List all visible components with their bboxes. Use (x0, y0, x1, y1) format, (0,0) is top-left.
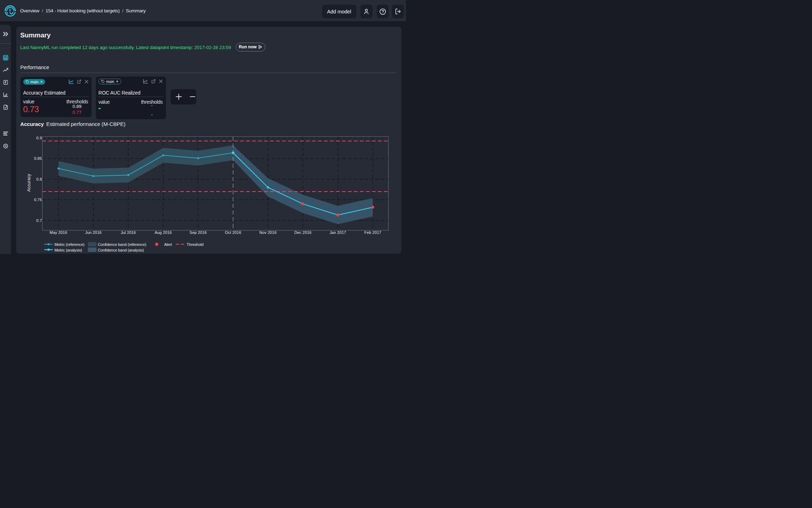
svg-text:Metric (analysis): Metric (analysis) (55, 248, 82, 252)
svg-text:0.8: 0.8 (36, 177, 42, 181)
svg-text:Aug 2016: Aug 2016 (155, 230, 172, 235)
svg-text:Metric (reference): Metric (reference) (55, 242, 85, 247)
svg-text:0.7: 0.7 (36, 218, 42, 223)
svg-text:Feb 2017: Feb 2017 (364, 230, 381, 235)
svg-text:Sep 2016: Sep 2016 (190, 230, 207, 235)
svg-text:Jan 2017: Jan 2017 (330, 230, 346, 235)
svg-text:May 2016: May 2016 (50, 230, 67, 235)
svg-text:0.75: 0.75 (34, 198, 42, 202)
svg-text:Nov 2016: Nov 2016 (259, 230, 277, 235)
svg-text:0.9: 0.9 (36, 136, 42, 140)
svg-text:Jun 2016: Jun 2016 (85, 230, 102, 235)
svg-text:Alert: Alert (164, 242, 172, 247)
svg-text:Confidence band (analysis): Confidence band (analysis) (98, 248, 144, 252)
svg-text:Oct 2016: Oct 2016 (225, 230, 241, 235)
svg-text:0.85: 0.85 (34, 156, 42, 161)
svg-text:Jul 2016: Jul 2016 (121, 230, 136, 235)
svg-text:Dec 2016: Dec 2016 (294, 230, 312, 235)
svg-text:Confidence band (reference): Confidence band (reference) (98, 242, 146, 247)
svg-text:Threshold: Threshold (187, 242, 204, 247)
svg-text:Accuracy: Accuracy (26, 174, 31, 192)
